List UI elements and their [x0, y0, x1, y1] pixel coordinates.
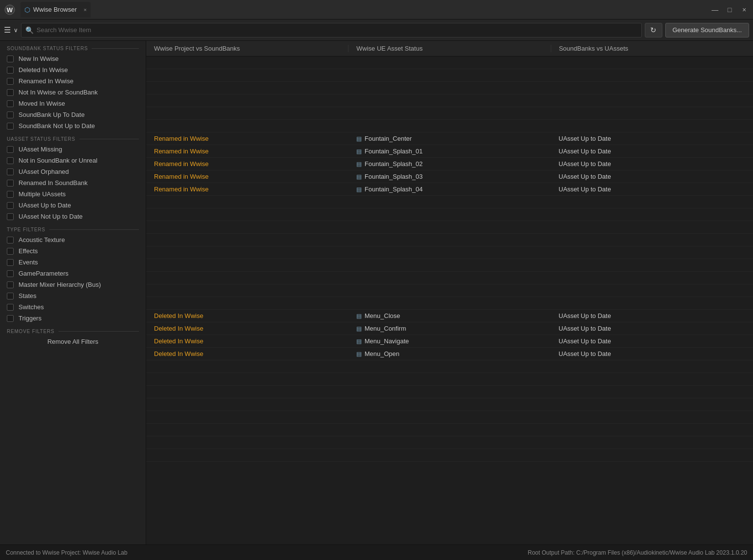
type-filter-item[interactable]: Effects [0, 245, 146, 257]
type-filter-item[interactable]: Switches [0, 301, 146, 313]
uasset-filter-item[interactable]: UAsset Orphaned [0, 166, 146, 177]
wwise-status-cell: Deleted In Wwise [146, 348, 348, 359]
checkbox[interactable] [7, 78, 14, 85]
tab-label: Wwise Browser [33, 6, 77, 13]
checkbox[interactable] [7, 89, 14, 96]
soundbank-filters-header: SOUNDBANK STATUS FILTERS [0, 41, 146, 53]
filter-label: Triggers [19, 315, 41, 322]
checkbox[interactable] [7, 56, 14, 62]
checkbox[interactable] [7, 304, 14, 311]
spacer [146, 259, 753, 272]
checkbox[interactable] [7, 248, 14, 255]
type-filter-item[interactable]: Master Mixer Hierarchy (Bus) [0, 279, 146, 290]
uasset-filter-item[interactable]: UAsset Missing [0, 144, 146, 155]
checkbox[interactable] [7, 180, 14, 187]
dropdown-icon[interactable]: ∨ [14, 27, 18, 34]
uasset-filter-item[interactable]: UAsset Not Up to Date [0, 211, 146, 222]
filter-label: Renamed In Wwise [19, 77, 74, 85]
tab-wwise-browser[interactable]: ⬡ Wwise Browser × [20, 2, 91, 18]
asset-icon: ▤ [356, 351, 362, 357]
table-row[interactable]: Deleted In Wwise ▤ Menu_Close UAsset Up … [146, 310, 753, 322]
uasset-filter-item[interactable]: Renamed In SoundBank [0, 177, 146, 188]
soundbank-filter-item[interactable]: Not In Wwise or SoundBank [0, 87, 146, 98]
search-input[interactable] [37, 26, 637, 34]
asset-name: Fountain_Splash_02 [365, 160, 423, 168]
filter-label: Switches [19, 303, 44, 311]
maximize-button[interactable]: □ [725, 6, 734, 14]
refresh-button[interactable]: ↻ [645, 23, 662, 37]
tab-icon: ⬡ [24, 6, 30, 14]
checkbox[interactable] [7, 146, 14, 153]
checkbox[interactable] [7, 100, 14, 107]
checkbox[interactable] [7, 213, 14, 220]
type-filter-item[interactable]: GameParameters [0, 268, 146, 279]
filter-label: New In Wwise [19, 55, 58, 62]
type-filter-item[interactable]: Acoustic Texture [0, 234, 146, 245]
uasset-filters-header: UASSET STATUS FILTERS [0, 131, 146, 144]
type-filter-item[interactable]: States [0, 290, 146, 301]
filter-icon[interactable]: ☰ [4, 25, 11, 35]
filter-label: Renamed In SoundBank [19, 179, 88, 187]
soundbank-filter-item[interactable]: Deleted In Wwise [0, 64, 146, 75]
checkbox[interactable] [7, 112, 14, 118]
table-row[interactable]: Deleted In Wwise ▤ Menu_Open UAsset Up t… [146, 348, 753, 360]
content-area: Wwise Project vs SoundBanks Wwise UE Ass… [146, 41, 753, 544]
checkbox[interactable] [7, 157, 14, 164]
spacer [146, 120, 753, 132]
asset-icon: ▤ [356, 325, 362, 332]
soundbank-filter-item[interactable]: SoundBank Up To Date [0, 109, 146, 120]
type-filters-list: Acoustic TextureEffectsEventsGameParamet… [0, 234, 146, 324]
ue-asset-cell: ▤ Fountain_Center [348, 133, 551, 144]
spacer [146, 82, 753, 94]
uasset-filter-item[interactable]: UAsset Up to Date [0, 200, 146, 211]
close-button[interactable]: × [739, 6, 749, 14]
asset-name: Menu_Confirm [365, 325, 406, 332]
soundbank-filter-item[interactable]: SoundBank Not Up to Date [0, 120, 146, 131]
checkbox[interactable] [7, 191, 14, 198]
soundbank-status-cell: UAsset Up to Date [551, 133, 753, 144]
remove-all-filters-button[interactable]: Remove All Filters [0, 336, 146, 349]
uasset-filter-item[interactable]: Not in SoundBank or Unreal [0, 155, 146, 166]
checkbox[interactable] [7, 67, 14, 74]
checkbox[interactable] [7, 270, 14, 277]
checkbox[interactable] [7, 168, 14, 175]
soundbank-status-cell: UAsset Up to Date [551, 171, 753, 182]
checkbox[interactable] [7, 202, 14, 209]
soundbank-filter-item[interactable]: Renamed In Wwise [0, 75, 146, 87]
uasset-filter-item[interactable]: Multiple UAssets [0, 188, 146, 200]
checkbox[interactable] [7, 123, 14, 130]
checkbox[interactable] [7, 259, 14, 266]
spacer [146, 208, 753, 221]
soundbank-filter-item[interactable]: Moved In Wwise [0, 98, 146, 109]
spacer [146, 373, 753, 386]
type-filter-item[interactable]: Triggers [0, 313, 146, 324]
soundbank-filter-item[interactable]: New In Wwise [0, 53, 146, 64]
generate-soundbanks-button[interactable]: Generate SoundBanks... [665, 23, 749, 37]
table-row[interactable]: Deleted In Wwise ▤ Menu_Confirm UAsset U… [146, 322, 753, 335]
table-row[interactable]: Renamed in Wwise ▤ Fountain_Center UAsse… [146, 132, 753, 145]
spacer [146, 386, 753, 398]
col-header-wwise-project: Wwise Project vs SoundBanks [146, 45, 348, 52]
spacer [146, 297, 753, 310]
checkbox[interactable] [7, 315, 14, 322]
table-row[interactable]: Renamed in Wwise ▤ Fountain_Splash_01 UA… [146, 145, 753, 158]
ue-asset-cell: ▤ Menu_Close [348, 310, 551, 321]
table-row[interactable]: Renamed in Wwise ▤ Fountain_Splash_03 UA… [146, 170, 753, 183]
minimize-button[interactable]: — [710, 6, 720, 14]
status-bar: Connected to Wwise Project: Wwise Audio … [0, 544, 753, 560]
tab-close-button[interactable]: × [84, 7, 87, 13]
wwise-status-cell: Renamed in Wwise [146, 133, 348, 144]
ue-asset-cell: ▤ Fountain_Splash_04 [348, 184, 551, 195]
table-row[interactable]: Deleted In Wwise ▤ Menu_Navigate UAsset … [146, 335, 753, 348]
checkbox[interactable] [7, 281, 14, 288]
checkbox[interactable] [7, 293, 14, 299]
deleted-rows-group: Deleted In Wwise ▤ Menu_Close UAsset Up … [146, 310, 753, 360]
checkbox[interactable] [7, 237, 14, 243]
asset-icon: ▤ [356, 148, 362, 155]
table-row[interactable]: Renamed in Wwise ▤ Fountain_Splash_04 UA… [146, 183, 753, 196]
uasset-filters-list: UAsset MissingNot in SoundBank or Unreal… [0, 144, 146, 222]
spacer [146, 56, 753, 69]
filter-label: Events [19, 259, 38, 266]
type-filter-item[interactable]: Events [0, 257, 146, 268]
table-row[interactable]: Renamed in Wwise ▤ Fountain_Splash_02 UA… [146, 158, 753, 170]
